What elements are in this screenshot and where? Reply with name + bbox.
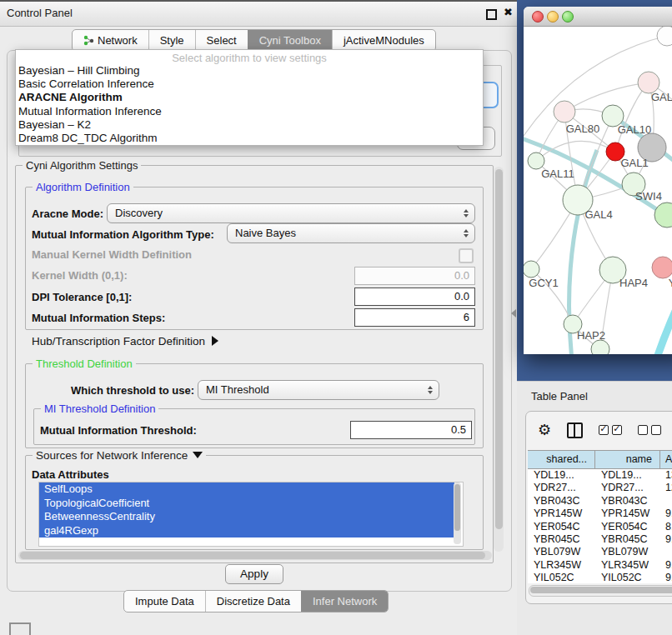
table-hscrollbar-thumb[interactable]	[530, 587, 672, 593]
mi-threshold-field[interactable]: 0.5	[350, 421, 472, 439]
close-panel-icon[interactable]: ✖	[504, 6, 513, 18]
node-label-gal1: GAL1	[620, 157, 648, 169]
tab-style-label: Style	[160, 31, 184, 50]
table-panel-title: Table Panel	[531, 390, 588, 402]
node-label-gcy1: GCY1	[529, 277, 558, 289]
which-threshold-value: MI Threshold	[206, 383, 269, 396]
table-row[interactable]: YER054CYER054C8.	[528, 521, 672, 533]
network-edge[interactable]	[536, 141, 615, 161]
hub-definition-label: Hub/Transcription Factor Definition	[32, 335, 205, 348]
deselect-all-checkbox-icon[interactable]	[638, 425, 661, 435]
table-row[interactable]: YDR27...YDR27...12	[528, 482, 672, 494]
settings-vertical-scrollbar[interactable]	[494, 167, 504, 552]
table-cell: YDL19...	[528, 469, 595, 482]
tab-network[interactable]: Network	[73, 30, 148, 51]
algorithm-option[interactable]: Bayesian – Hill Climbing	[16, 64, 483, 78]
mi-type-label: Mutual Information Algorithm Type:	[32, 228, 214, 241]
application-window: Control Panel ✖ Network Style Select Cyn…	[0, 0, 672, 635]
algorithm-option[interactable]: Mutual Information Inference	[16, 105, 483, 118]
node-table-body: YDL19...YDL19...13YDR27...YDR27...12YBR0…	[528, 469, 672, 583]
tab-discretize-data-label: Discretize Data	[217, 592, 290, 611]
settings-horizontal-scrollbar[interactable]	[18, 551, 492, 560]
table-row[interactable]: YPR145WYPR145W9.	[528, 508, 672, 520]
table-row[interactable]: YBL079WYBL079W	[528, 546, 672, 558]
manual-kernel-checkbox[interactable]	[459, 248, 474, 263]
attributes-scrollbar-thumb[interactable]	[454, 484, 460, 531]
node-table: shared... name A YDL19...YDL19...13YDR27…	[528, 450, 672, 583]
column-header-clipped[interactable]: A	[660, 451, 672, 468]
node-table-header: shared... name A	[528, 450, 672, 469]
settings-scrollbar-thumb[interactable]	[495, 169, 503, 529]
hub-definition-toggle[interactable]: Hub/Transcription Factor Definition	[32, 335, 218, 348]
which-threshold-label: Which threshold to use:	[71, 384, 194, 397]
network-node[interactable]	[591, 340, 609, 354]
attribute-list-item[interactable]: gal4RGexp	[39, 524, 454, 538]
data-attributes-list[interactable]: SelfLoopsTopologicalCoefficientBetweenne…	[38, 482, 464, 547]
algorithm-option[interactable]: Dream8 DC_TDC Algorithm	[16, 132, 483, 145]
network-node[interactable]	[657, 27, 672, 46]
aracne-mode-combobox[interactable]: Discovery	[107, 203, 475, 223]
network-node-gcy1[interactable]	[524, 261, 539, 278]
table-cell: YLR345W	[528, 559, 595, 572]
sources-group-title[interactable]: Sources for Network Inference	[33, 449, 206, 462]
network-canvas[interactable]: GALGAL80GAL10GAL11GAL1SWI4GAL4GCY1HAP4YH…	[524, 27, 672, 354]
table-cell: YBL079W	[595, 546, 660, 558]
table-row[interactable]: YLR345WYLR345W9.	[528, 559, 672, 572]
tab-select-label: Select	[207, 31, 237, 50]
panel-splitter-collapse-icon[interactable]	[511, 309, 516, 318]
settings-hscrollbar-thumb[interactable]	[20, 552, 485, 559]
network-node-gal80[interactable]	[554, 101, 575, 122]
table-cell: YBL079W	[528, 546, 595, 558]
attribute-list-item[interactable]: TopologicalCoefficient	[39, 497, 454, 511]
table-cell	[660, 495, 672, 508]
mi-steps-field[interactable]: 6	[354, 308, 475, 327]
table-cell: YBR045C	[528, 533, 595, 546]
tab-style[interactable]: Style	[148, 30, 195, 51]
table-panel-toggle-icon[interactable]	[9, 622, 31, 635]
float-panel-icon[interactable]	[486, 9, 497, 20]
tab-discretize-data[interactable]: Discretize Data	[205, 591, 301, 612]
data-attributes-label: Data Attributes	[32, 468, 109, 481]
mi-type-combobox[interactable]: Naive Bayes	[227, 223, 475, 243]
aracne-mode-label: Aracne Mode:	[32, 208, 103, 220]
which-threshold-combobox[interactable]: MI Threshold	[198, 380, 439, 400]
minimize-window-icon[interactable]	[547, 11, 559, 22]
network-node-y[interactable]	[652, 257, 672, 278]
table-cell: YIL052C	[528, 572, 595, 583]
algorithm-option[interactable]: Bayesian – K2	[16, 118, 483, 132]
apply-button[interactable]: Apply	[225, 564, 283, 584]
tab-cyni-toolbox[interactable]: Cyni Toolbox	[248, 30, 332, 51]
table-row[interactable]: YBR045CYBR045C9.	[528, 533, 672, 546]
tab-jactivemnodules[interactable]: jActiveMNodules	[332, 30, 435, 51]
attributes-list-scrollbar[interactable]	[454, 482, 461, 544]
mi-steps-label: Mutual Information Steps:	[32, 312, 165, 324]
algorithm-option[interactable]: ARACNE Algorithm	[16, 91, 483, 104]
attribute-list-item[interactable]: BetweennessCentrality	[39, 510, 454, 524]
zoom-window-icon[interactable]	[562, 11, 574, 22]
table-row[interactable]: YBR043CYBR043C	[528, 495, 672, 508]
column-header-name[interactable]: name	[595, 451, 660, 468]
tab-impute-data[interactable]: Impute Data	[124, 591, 205, 612]
tab-infer-network[interactable]: Infer Network	[301, 591, 388, 612]
kernel-width-field[interactable]: 0.0	[354, 267, 475, 285]
close-window-icon[interactable]	[532, 11, 544, 22]
settings-gear-icon[interactable]: ⚙	[538, 422, 551, 438]
attribute-list-item[interactable]: SelfLoops	[39, 482, 454, 497]
table-row[interactable]: YDL19...YDL19...13	[528, 469, 672, 482]
tab-select[interactable]: Select	[195, 30, 248, 51]
table-row[interactable]: YIL052CYIL052C9.	[528, 572, 672, 583]
network-node-swi4[interactable]	[654, 202, 672, 228]
column-header-shared-name[interactable]: shared...	[528, 451, 595, 468]
algorithm-option[interactable]: Basic Correlation Inference	[16, 78, 483, 91]
network-node-gal11[interactable]	[528, 152, 544, 169]
network-window-titlebar[interactable]	[524, 7, 672, 27]
table-cell: 13	[660, 469, 672, 482]
network-view-window[interactable]: GALGAL80GAL10GAL11GAL1SWI4GAL4GCY1HAP4YH…	[524, 7, 672, 354]
table-horizontal-scrollbar[interactable]	[529, 585, 672, 597]
algorithm-definition-title: Algorithm Definition	[33, 181, 133, 193]
table-cell: 8.	[660, 521, 672, 533]
column-split-icon[interactable]	[567, 422, 583, 438]
select-all-checkbox-icon[interactable]	[599, 425, 622, 435]
tab-infer-network-label: Infer Network	[313, 592, 377, 611]
dpi-tolerance-field[interactable]: 0.0	[354, 288, 475, 306]
